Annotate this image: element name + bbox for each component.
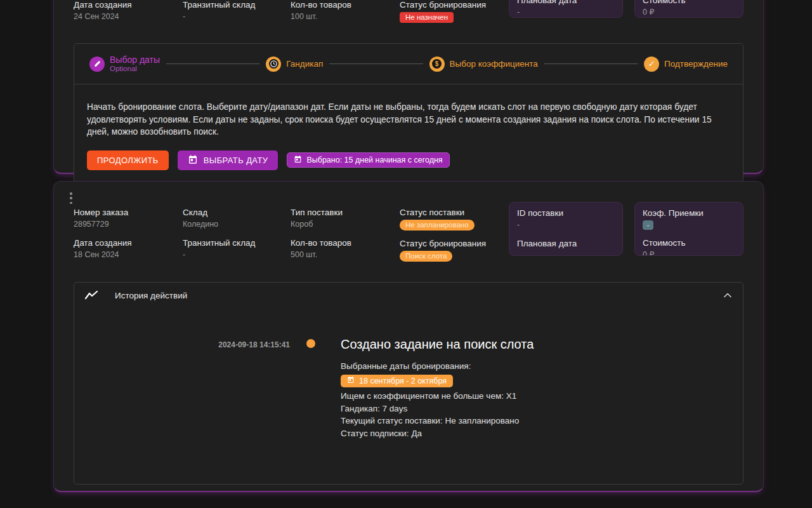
- dates-range-chip: 18 сентября - 2 октября: [341, 375, 453, 387]
- activity-chart-icon: [84, 290, 98, 301]
- chosen-dates-chip[interactable]: Выбрано: 15 дней начиная с сегодня: [287, 152, 449, 168]
- step-connector: [544, 64, 638, 64]
- history-panel: История действий 2024-09-18 14:15:41 Соз…: [74, 282, 743, 485]
- supply-card-bottom: Номер заказа 28957729 Дата создания 18 С…: [53, 181, 764, 492]
- booking-wizard-panel: Выбор даты Optional Гандикап: [74, 43, 743, 186]
- event-title: Создано задание на поиск слота: [341, 337, 733, 351]
- field-supply-status: Статус поставки Не запланировано: [400, 207, 509, 231]
- step-connector: [329, 64, 422, 64]
- event-line: Ищем с коэффициентом не больше чем: X1: [341, 390, 733, 403]
- event-dates-label: Выбранные даты бронирования:: [341, 360, 733, 373]
- status-badge: Поиск слота: [400, 251, 452, 262]
- check-icon: ✓: [644, 57, 659, 72]
- event-content: Создано задание на поиск слота Выбранные…: [341, 337, 733, 439]
- field-items-count: Кол-во товаров 500 шт.: [291, 237, 400, 260]
- supply-id-box: ID поставки - Плановая дата -: [509, 202, 623, 256]
- planned-date-box: Плановая дата -: [509, 0, 623, 18]
- continue-button[interactable]: ПРОДОЛЖИТЬ: [87, 150, 169, 170]
- history-title: История действий: [115, 291, 187, 300]
- field-transit-warehouse: Транзитный склад -: [183, 237, 291, 260]
- event-timestamp: 2024-09-18 14:15:41: [74, 337, 290, 439]
- supply-fields: Номер заказа 28957729 Дата создания 18 С…: [74, 202, 743, 262]
- calendar-icon: [188, 154, 198, 166]
- coefficient-box: Коэф. Приемки - Стоимость 0 ₽: [634, 202, 743, 256]
- field-cost: Стоимость 0 ₽: [643, 0, 735, 18]
- page: Дата создания 24 Сен 2024 Транзитный скл…: [0, 0, 812, 508]
- more-vert-icon[interactable]: [66, 192, 76, 204]
- timeline: 2024-09-18 14:15:41 Создано задание на п…: [74, 308, 743, 484]
- clock-icon: [266, 57, 281, 72]
- field-creation-date: Дата создания 18 Сен 2024: [74, 237, 183, 260]
- field-creation-date: Дата создания 24 Сен 2024: [74, 0, 183, 22]
- history-header[interactable]: История действий: [74, 283, 743, 308]
- field-booking-status: Статус бронирования Поиск слота: [400, 238, 509, 262]
- step-coefficient[interactable]: $ Выбор коэффициента: [429, 57, 538, 72]
- step-date-selection[interactable]: Выбор даты Optional: [89, 55, 160, 73]
- step-connector: [166, 64, 259, 64]
- timeline-dot-icon: [306, 339, 315, 348]
- field-warehouse: Склад Коледино: [183, 207, 291, 230]
- field-acceptance-coefficient: Коэф. Приемки -: [643, 208, 735, 230]
- cost-box: Стоимость 0 ₽: [634, 0, 743, 18]
- field-cost: Стоимость 0 ₽: [643, 237, 735, 256]
- stepper: Выбор даты Optional Гандикап: [74, 44, 743, 84]
- step-confirmation[interactable]: ✓ Подтверждение: [644, 57, 728, 72]
- event-line: Текущий статус поставки: Не запланирован…: [341, 415, 733, 427]
- chevron-up-icon[interactable]: [723, 291, 733, 299]
- event-line: Гандикап: 7 days: [341, 403, 733, 415]
- calendar-icon: [294, 155, 302, 165]
- field-items-count: Кол-во товаров 100 шт.: [291, 0, 400, 22]
- choose-date-button[interactable]: ВЫБРАТЬ ДАТУ: [178, 150, 278, 170]
- event-line: Статус подписки: Да: [341, 427, 733, 440]
- field-planned-date: Плановая дата -: [517, 0, 615, 18]
- status-badge: Не назначен: [400, 12, 454, 23]
- field-booking-status: Статус бронирования Не назначен: [400, 0, 509, 23]
- field-transit-warehouse: Транзитный склад -: [183, 0, 291, 22]
- dollar-icon: $: [429, 57, 445, 72]
- supply-fields: Дата создания 24 Сен 2024 Транзитный скл…: [74, 0, 743, 23]
- booking-description: Начать бронирование слота. Выберите дату…: [87, 101, 729, 138]
- field-order-number: Номер заказа 28957729: [74, 207, 183, 230]
- coefficient-badge: -: [643, 220, 653, 230]
- field-supply-id: ID поставки -: [517, 208, 615, 231]
- status-badge: Не запланировано: [400, 220, 475, 231]
- supply-card-top: Дата создания 24 Сен 2024 Транзитный скл…: [53, 0, 764, 174]
- field-supply-type: Тип поставки Короб: [291, 207, 400, 230]
- calendar-icon: [347, 375, 355, 388]
- pencil-icon: [89, 57, 105, 72]
- field-planned-date: Плановая дата -: [517, 238, 615, 256]
- step-handicap[interactable]: Гандикап: [266, 57, 323, 72]
